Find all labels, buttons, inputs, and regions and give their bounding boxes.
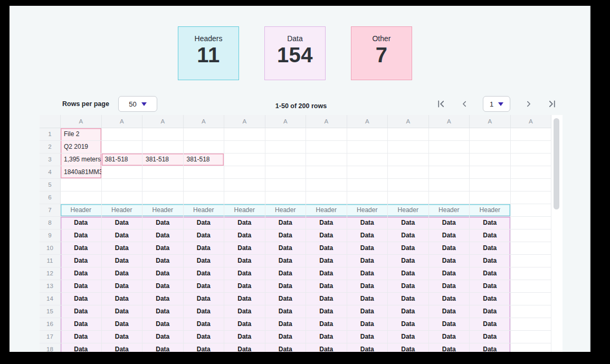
- row-number[interactable]: 12: [40, 267, 61, 280]
- grid-cell[interactable]: Data: [388, 280, 429, 293]
- grid-cell[interactable]: [61, 179, 102, 191]
- grid-cell[interactable]: Data: [224, 331, 265, 343]
- grid-cell[interactable]: Data: [184, 305, 225, 318]
- grid-cell[interactable]: [511, 166, 552, 179]
- grid-cell[interactable]: Data: [388, 343, 429, 352]
- grid-cell[interactable]: Data: [306, 267, 347, 280]
- column-header[interactable]: A: [142, 115, 184, 128]
- grid-cell[interactable]: [511, 154, 552, 166]
- grid-cell[interactable]: Data: [306, 280, 347, 293]
- grid-cell[interactable]: Header: [388, 204, 429, 217]
- grid-cell[interactable]: Data: [429, 255, 470, 267]
- next-page-button[interactable]: [524, 99, 533, 109]
- grid-cell[interactable]: Data: [429, 217, 470, 229]
- column-header[interactable]: A: [511, 115, 552, 128]
- grid-cell[interactable]: Data: [388, 229, 429, 242]
- grid-cell[interactable]: Data: [184, 217, 225, 229]
- grid-cell[interactable]: [511, 280, 552, 293]
- grid-cell[interactable]: [224, 166, 265, 179]
- column-header[interactable]: A: [224, 115, 265, 128]
- grid-cell[interactable]: Data: [224, 255, 265, 267]
- column-header[interactable]: A: [61, 115, 102, 128]
- grid-cell[interactable]: Data: [184, 267, 225, 280]
- grid-cell[interactable]: Data: [429, 267, 470, 280]
- grid-cell[interactable]: Data: [306, 305, 347, 318]
- grid-cell[interactable]: [61, 191, 102, 204]
- grid-cell[interactable]: [429, 166, 470, 179]
- grid-cell[interactable]: [470, 179, 511, 191]
- grid-cell[interactable]: 1840a81MM3: [61, 166, 102, 179]
- grid-cell[interactable]: [511, 318, 552, 331]
- grid-cell[interactable]: Data: [142, 267, 184, 280]
- grid-cell[interactable]: [265, 179, 307, 191]
- grid-cell[interactable]: Data: [142, 217, 184, 229]
- grid-cell[interactable]: Header: [347, 204, 388, 217]
- grid-cell[interactable]: Data: [142, 293, 184, 305]
- grid-cell[interactable]: [347, 166, 388, 179]
- grid-cell[interactable]: Data: [388, 255, 429, 267]
- grid-cell[interactable]: [142, 191, 184, 204]
- grid-cell[interactable]: Data: [265, 293, 307, 305]
- grid-cell[interactable]: Data: [347, 343, 388, 352]
- grid-cell[interactable]: [429, 141, 470, 154]
- grid-cell[interactable]: Data: [61, 267, 102, 280]
- grid-cell[interactable]: Data: [306, 318, 347, 331]
- grid-cell[interactable]: Data: [61, 217, 102, 229]
- grid-cell[interactable]: Data: [142, 229, 184, 242]
- grid-cell[interactable]: Data: [347, 318, 388, 331]
- grid-cell[interactable]: Data: [265, 331, 307, 343]
- grid-cell[interactable]: Data: [470, 343, 511, 352]
- grid-cell[interactable]: [511, 255, 552, 267]
- column-header[interactable]: A: [102, 115, 143, 128]
- grid-cell[interactable]: Data: [470, 255, 511, 267]
- column-header[interactable]: A: [388, 115, 429, 128]
- grid-cell[interactable]: Data: [184, 255, 225, 267]
- grid-cell[interactable]: Data: [61, 229, 102, 242]
- grid-cell[interactable]: [184, 179, 225, 191]
- grid-cell[interactable]: Header: [429, 204, 470, 217]
- grid-cell[interactable]: Data: [306, 331, 347, 343]
- grid-cell[interactable]: [511, 179, 552, 191]
- grid-cell[interactable]: Data: [347, 267, 388, 280]
- grid-cell[interactable]: Data: [265, 280, 307, 293]
- grid-cell[interactable]: [470, 141, 511, 154]
- grid-cell[interactable]: Data: [184, 343, 225, 352]
- grid-cell[interactable]: Data: [306, 242, 347, 255]
- grid-cell[interactable]: Data: [184, 280, 225, 293]
- grid-cell[interactable]: Data: [224, 242, 265, 255]
- grid-cell[interactable]: [511, 204, 552, 217]
- grid-cell[interactable]: Header: [224, 204, 265, 217]
- grid-cell[interactable]: Data: [347, 255, 388, 267]
- grid-cell[interactable]: Data: [184, 242, 225, 255]
- grid-cell[interactable]: [142, 166, 184, 179]
- grid-cell[interactable]: Data: [61, 255, 102, 267]
- grid-cell[interactable]: Data: [306, 255, 347, 267]
- last-page-button[interactable]: [547, 99, 557, 109]
- grid-cell[interactable]: Data: [184, 318, 225, 331]
- grid-cell[interactable]: Header: [306, 204, 347, 217]
- grid-cell[interactable]: [224, 179, 265, 191]
- grid-cell[interactable]: Data: [306, 217, 347, 229]
- grid-cell[interactable]: Data: [265, 267, 307, 280]
- grid-cell[interactable]: [184, 141, 225, 154]
- grid-cell[interactable]: Data: [265, 255, 307, 267]
- corner-cell[interactable]: [40, 115, 61, 128]
- page-number-select[interactable]: 1: [483, 96, 510, 112]
- grid-cell[interactable]: Data: [306, 229, 347, 242]
- grid-cell[interactable]: Data: [306, 293, 347, 305]
- grid-cell[interactable]: Data: [306, 343, 347, 352]
- grid-cell[interactable]: Data: [184, 331, 225, 343]
- grid-cell[interactable]: Data: [470, 229, 511, 242]
- grid-cell[interactable]: Data: [102, 343, 143, 352]
- grid-cell[interactable]: [347, 191, 388, 204]
- grid-cell[interactable]: Data: [224, 280, 265, 293]
- grid-cell[interactable]: [470, 128, 511, 141]
- grid-cell[interactable]: Q2 2019: [61, 141, 102, 154]
- grid-cell[interactable]: [470, 154, 511, 166]
- grid-cell[interactable]: [470, 166, 511, 179]
- grid-cell[interactable]: [102, 191, 143, 204]
- grid-cell[interactable]: Data: [184, 229, 225, 242]
- grid-cell[interactable]: Data: [61, 331, 102, 343]
- grid-cell[interactable]: [265, 191, 307, 204]
- grid-cell[interactable]: Data: [470, 331, 511, 343]
